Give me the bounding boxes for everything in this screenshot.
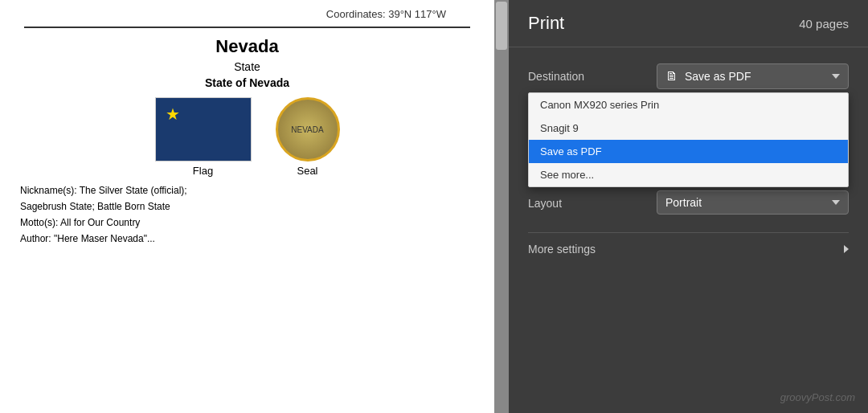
layout-control: Portrait (657, 190, 849, 215)
images-row: ★ Flag NEVADA Seal (16, 97, 478, 177)
scrollbar[interactable] (494, 0, 509, 413)
layout-row: Layout Portrait (528, 190, 849, 215)
flag-label: Flag (193, 165, 213, 177)
destination-row: Destination 🗎 Save as PDF Canon MX920 se… (528, 63, 849, 89)
nevada-subtitle: State (16, 60, 478, 73)
doc-icon: 🗎 (665, 69, 678, 84)
layout-value: Portrait (665, 196, 702, 209)
seal-container: NEVADA Seal (276, 97, 340, 177)
seal-image: NEVADA (276, 97, 340, 162)
destination-label: Destination (528, 63, 657, 83)
print-title: Print (528, 13, 564, 34)
destination-dropdown-menu: Canon MX920 series Prin Snagit 9 Save as… (528, 92, 849, 187)
dropdown-item-snagit[interactable]: Snagit 9 (529, 117, 848, 140)
page-preview: Coordinates: 39°N 117°W Nevada State Sta… (0, 0, 494, 413)
scroll-thumb[interactable] (496, 2, 507, 50)
nevada-section: Nevada State State of Nevada ★ Flag NEVA… (16, 36, 478, 246)
layout-chevron-icon (832, 200, 840, 205)
layout-label: Layout (528, 190, 657, 210)
flag-container: ★ Flag (155, 97, 252, 177)
print-header: Print 40 pages (509, 0, 868, 47)
nevada-title: Nevada (16, 36, 478, 57)
dropdown-item-canon[interactable]: Canon MX920 series Prin (529, 93, 848, 117)
info-line-1: Nickname(s): The Silver State (official)… (20, 183, 474, 198)
destination-dropdown[interactable]: 🗎 Save as PDF (657, 63, 849, 89)
more-settings-chevron-icon (844, 245, 849, 253)
watermark: groovyPost.com (780, 391, 855, 403)
info-line-4: Author: "Here Maser Nevada"... (20, 231, 474, 246)
more-settings-row[interactable]: More settings (528, 232, 849, 265)
info-line-3: Motto(s): All for Our Country (20, 215, 474, 230)
destination-value: Save as PDF (685, 70, 751, 83)
info-text: Nickname(s): The Silver State (official)… (16, 183, 478, 246)
flag-image: ★ (155, 97, 252, 162)
nevada-subtitle2: State of Nevada (16, 76, 478, 89)
print-pages: 40 pages (799, 17, 849, 31)
layout-dropdown[interactable]: Portrait (657, 190, 849, 215)
dropdown-item-save-pdf[interactable]: Save as PDF (529, 140, 848, 163)
coordinates-text: Coordinates: 39°N 117°W (16, 8, 478, 20)
flag-star: ★ (166, 104, 180, 124)
print-body: Destination 🗎 Save as PDF Canon MX920 se… (509, 47, 868, 281)
seal-label: Seal (297, 165, 317, 177)
destination-control: 🗎 Save as PDF Canon MX920 series Prin Sn… (657, 63, 849, 89)
divider (24, 27, 470, 28)
print-panel: Print 40 pages Destination 🗎 Save as PDF… (509, 0, 868, 413)
chevron-down-icon (832, 74, 840, 79)
dropdown-item-see-more[interactable]: See more... (529, 163, 848, 186)
more-settings-label: More settings (528, 243, 596, 256)
info-line-2: Sagebrush State; Battle Born State (20, 199, 474, 214)
